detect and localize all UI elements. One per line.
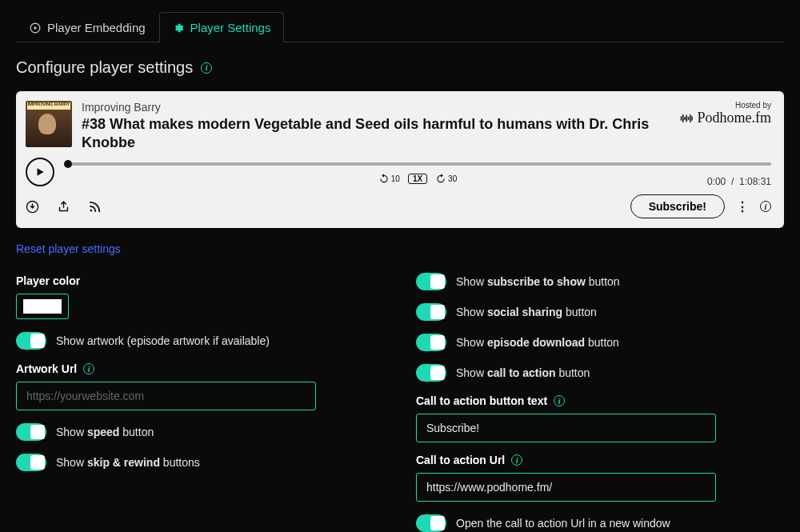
settings-left-column: Player color Show artwork (episode artwo… (16, 263, 384, 532)
forward-30-button[interactable]: 30 (435, 173, 457, 184)
toggle-label: Show skip & rewind buttons (56, 456, 200, 469)
artwork-url-label: Artwork Url i (16, 362, 384, 375)
rewind-10-button[interactable]: 10 (378, 173, 400, 184)
info-icon[interactable]: i (511, 454, 522, 466)
progress-scrubber[interactable] (64, 160, 771, 168)
toggle-show-episode-download[interactable] (416, 334, 446, 351)
cta-url-input[interactable] (416, 473, 716, 502)
play-button[interactable] (26, 158, 54, 186)
cta-text-label: Call to action button text i (416, 394, 784, 407)
time-display: 0:00 / 1:08:31 (707, 176, 771, 187)
player-color-picker[interactable] (16, 294, 69, 319)
toggle-label: Show episode download button (456, 336, 619, 349)
tab-player-embedding[interactable]: Player Embedding (16, 12, 159, 42)
toggle-label: Show artwork (episode artwork if availab… (56, 334, 270, 347)
toggle-show-call-to-action[interactable] (416, 364, 446, 382)
hosted-by-label: Hosted by (680, 101, 772, 110)
artwork-caption: IMPROVING BARRY (26, 102, 72, 106)
toggle-show-social-sharing[interactable] (416, 303, 446, 321)
episode-title: #38 What makes modern Vegetable and Seed… (82, 115, 670, 151)
episode-artwork: IMPROVING BARRY (26, 101, 72, 147)
info-icon[interactable]: i (83, 363, 94, 374)
info-icon[interactable]: i (554, 395, 565, 406)
forward-icon (435, 173, 446, 184)
section-title: Configure player settings i (16, 58, 784, 77)
tab-label: Player Settings (190, 21, 271, 34)
show-name: Improving Barry (82, 101, 670, 114)
waveform-icon (680, 113, 694, 124)
play-icon (34, 166, 46, 178)
tab-label: Player Embedding (47, 21, 146, 34)
info-icon[interactable]: i (201, 62, 212, 74)
toggle-label: Show social sharing button (456, 306, 597, 318)
svg-point-2 (90, 209, 92, 211)
toggle-label: Show speed button (56, 426, 154, 438)
player-color-label: Player color (16, 274, 384, 287)
rss-icon[interactable] (88, 200, 102, 214)
rewind-icon (378, 173, 390, 184)
toggle-show-subscribe[interactable] (416, 273, 446, 290)
cta-text-input[interactable] (416, 414, 716, 442)
artwork-url-input[interactable] (16, 382, 316, 410)
settings-right-column: Show subscribe to show button Show socia… (416, 260, 784, 532)
tabs-bar: Player Embedding Player Settings (16, 11, 784, 42)
player-preview: IMPROVING BARRY Improving Barry #38 What… (16, 91, 784, 228)
more-menu-icon[interactable]: ⋮ (736, 199, 749, 214)
reset-player-settings-link[interactable]: Reset player settings (16, 242, 784, 255)
cta-url-label: Call to action Url i (416, 454, 784, 466)
speed-button[interactable]: 1X (408, 174, 427, 184)
play-circle-icon (30, 22, 41, 34)
section-title-text: Configure player settings (16, 58, 193, 77)
info-icon[interactable]: i (760, 201, 771, 212)
download-icon[interactable] (26, 200, 39, 214)
gear-icon (173, 22, 184, 34)
color-swatch-preview (23, 299, 62, 314)
share-icon[interactable] (57, 200, 70, 214)
toggle-open-new-window[interactable] (416, 514, 446, 532)
toggle-show-speed[interactable] (16, 423, 46, 441)
host-brand[interactable]: Podhome.fm (680, 110, 772, 126)
toggle-label: Show subscribe to show button (456, 275, 620, 288)
toggle-label: Open the call to action Url in a new win… (456, 517, 670, 530)
toggle-label: Show call to action button (456, 366, 590, 379)
subscribe-button[interactable]: Subscribe! (630, 194, 725, 218)
tab-player-settings[interactable]: Player Settings (159, 12, 285, 42)
toggle-show-artwork[interactable] (16, 332, 46, 350)
toggle-show-skip-rewind[interactable] (16, 454, 46, 471)
